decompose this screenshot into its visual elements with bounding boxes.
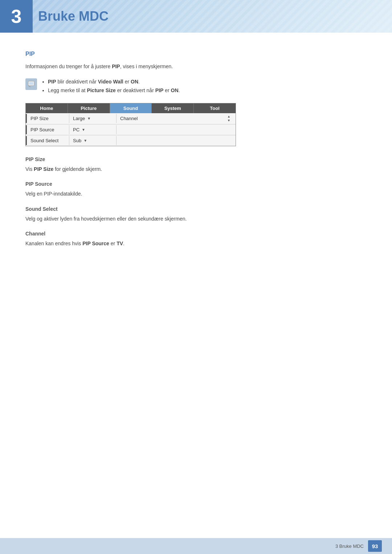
note-icon — [25, 78, 37, 90]
sound-select-text: Sub — [73, 138, 81, 143]
pip-size-value[interactable]: Large ▼ — [69, 114, 117, 123]
pip-source-dropdown-arrow: ▼ — [82, 128, 85, 132]
note-item-2: Legg merke til at Picture Size er deakti… — [48, 86, 180, 95]
pip-source-desc: Velg en PIP-inndatakilde. — [25, 190, 367, 198]
pip-source-right — [117, 128, 236, 131]
menu-tab-sound[interactable]: Sound — [110, 103, 152, 113]
pip-size-heading: PIP Size — [25, 156, 367, 162]
menu-tab-tool[interactable]: Tool — [194, 103, 236, 113]
menu-tab-home[interactable]: Home — [26, 103, 68, 113]
header-bar: 3 Bruke MDC — [0, 0, 392, 33]
footer-page-number: 93 — [368, 540, 382, 552]
spinner-down: ▼ — [227, 119, 230, 122]
sound-select-label: Sound Select — [26, 136, 69, 145]
chapter-block: 3 — [0, 0, 33, 33]
intro-text: Informasjonen du trenger for å justere P… — [25, 63, 173, 69]
note-block: PIP blir deaktivert når Video Wall er ON… — [25, 78, 367, 95]
pip-size-desc: Vis PIP Size for gjeldende skjerm. — [25, 165, 367, 173]
footer-chapter-text: 3 Bruke MDC — [335, 543, 364, 549]
table-row: PIP Source PC ▼ — [26, 124, 236, 135]
sound-select-value[interactable]: Sub ▼ — [69, 136, 117, 145]
main-content: PIP Informasjonen du trenger for å juste… — [0, 33, 392, 278]
section-heading: PIP — [25, 51, 367, 57]
spinner-up: ▲ — [227, 115, 230, 118]
sound-select-right — [117, 139, 236, 142]
pip-source-heading: PIP Source — [25, 181, 367, 187]
note-item-1: PIP blir deaktivert når Video Wall er ON… — [48, 78, 180, 86]
pip-size-right: Channel ▲ ▼ — [117, 113, 236, 124]
channel-desc: Kanalen kan endres hvis PIP Source er TV… — [25, 239, 367, 247]
menu-tab-system[interactable]: System — [152, 103, 194, 113]
pip-size-label: PIP Size — [26, 114, 69, 123]
table-row: Sound Select Sub ▼ — [26, 135, 236, 146]
note-list: PIP blir deaktivert når Video Wall er ON… — [42, 78, 180, 95]
menu-body: PIP Size Large ▼ Channel ▲ ▼ PIP Source — [26, 113, 236, 146]
pip-source-value[interactable]: PC ▼ — [69, 125, 117, 134]
table-row: PIP Size Large ▼ Channel ▲ ▼ — [26, 113, 236, 124]
svg-rect-2 — [29, 82, 33, 85]
chapter-number: 3 — [11, 5, 22, 27]
pip-source-text: PC — [73, 127, 79, 132]
menu-table: Home Picture Sound System Tool PIP Size … — [25, 103, 236, 146]
pip-size-text: Large — [73, 116, 85, 121]
sound-select-dropdown-arrow: ▼ — [83, 139, 87, 143]
footer: 3 Bruke MDC 93 — [0, 538, 392, 554]
sound-select-desc: Velg og aktiver lyden fra hovedskjermen … — [25, 215, 367, 223]
sound-select-heading: Sound Select — [25, 206, 367, 212]
chapter-title: Bruke MDC — [38, 9, 109, 24]
menu-header-row: Home Picture Sound System Tool — [26, 103, 236, 113]
svg-line-1 — [28, 86, 30, 87]
menu-tab-picture[interactable]: Picture — [68, 103, 110, 113]
channel-label: Channel — [120, 116, 138, 121]
pip-source-label: PIP Source — [26, 125, 69, 134]
pip-size-dropdown-arrow: ▼ — [87, 116, 91, 120]
section-intro: Informasjonen du trenger for å justere P… — [25, 62, 367, 70]
channel-heading: Channel — [25, 231, 367, 237]
channel-spinner[interactable]: ▲ ▼ — [227, 115, 230, 122]
